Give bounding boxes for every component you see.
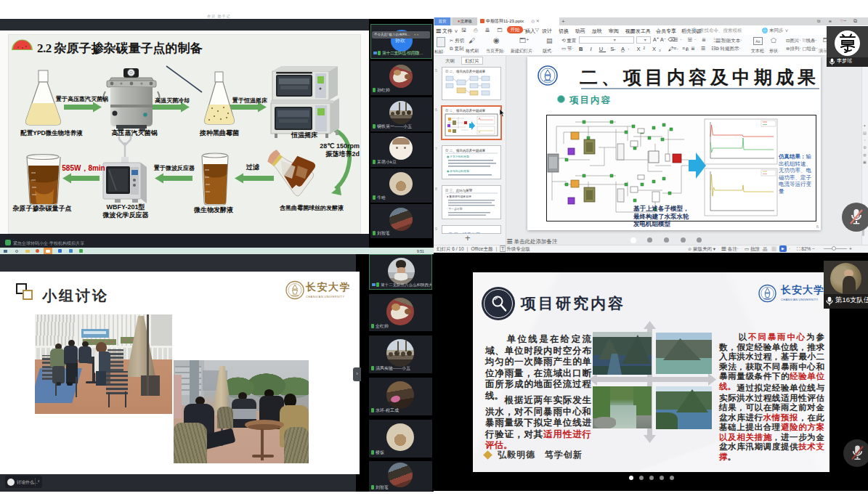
svg-text:① 二、项目内容及中期成果: ① 二、项目内容及中期成果 [445,70,486,73]
svg-text:◉ 发电电动机模型: ◉ 发电电动机模型 [447,169,469,173]
svg-text:● 重要研究成果支持: ● 重要研究成果支持 [447,195,471,198]
svg-text:① 二、项目内容及中期成果: ① 二、项目内容及中期成果 [445,109,486,113]
svg-text:· 下一步计划: · 下一步计划 [447,207,463,211]
svg-text:① 二、项目内容及中期成果: ① 二、项目内容及中期成果 [445,149,486,153]
svg-text:① 三、总结与展望: ① 三、总结与展望 [445,188,473,192]
svg-text:◉ 水泵水轮机模型: ◉ 水泵水轮机模型 [447,155,469,158]
